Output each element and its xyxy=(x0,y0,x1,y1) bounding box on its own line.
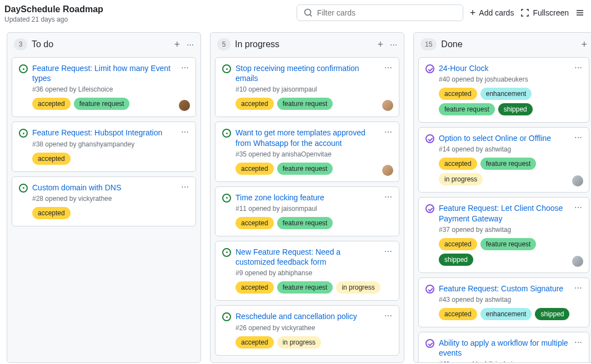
label-accepted[interactable]: accepted xyxy=(32,98,71,110)
card-menu-button[interactable]: ⋯ xyxy=(574,133,582,143)
card-menu-button[interactable]: ⋯ xyxy=(384,128,392,148)
add-cards-button[interactable]: + Add cards xyxy=(470,8,514,18)
card[interactable]: Feature Request: Custom Signature ⋯ #43 … xyxy=(418,277,589,327)
label-feature-request[interactable]: feature request xyxy=(480,238,537,250)
plus-icon: + xyxy=(174,39,180,49)
card-title[interactable]: Custom domain with DNS xyxy=(32,183,177,193)
card-title[interactable]: Ability to apply a workflow for multiple… xyxy=(439,338,570,358)
label-feature-request[interactable]: feature request xyxy=(277,163,333,175)
card[interactable]: Time zone locking feature ⋯ #11 opened b… xyxy=(215,186,399,236)
card-title[interactable]: Time zone locking feature xyxy=(236,193,380,203)
label-accepted[interactable]: accepted xyxy=(236,336,274,348)
card-meta: #40 opened by joshuabeukers xyxy=(439,75,582,83)
card[interactable]: Stop receiving meeting confirmation emai… xyxy=(215,57,399,117)
label-accepted[interactable]: accepted xyxy=(32,207,71,219)
label-enhancement[interactable]: enhancement xyxy=(480,88,532,100)
card-title[interactable]: Feature Request: Custom Signature xyxy=(439,284,570,294)
card-menu-button[interactable]: ⋯ xyxy=(384,311,392,321)
todo-menu-button[interactable]: ⋯ xyxy=(187,39,194,49)
card-title[interactable]: Feature Request: Hubspot Integration xyxy=(32,128,177,138)
label-in-progress[interactable]: in progress xyxy=(336,281,380,294)
card-menu-button[interactable]: ⋯ xyxy=(181,183,189,193)
card-title[interactable]: 24-Hour Clock xyxy=(439,63,570,73)
label-accepted[interactable]: accepted xyxy=(236,98,274,110)
fullscreen-button[interactable]: Fullscreen xyxy=(520,8,569,17)
menu-button[interactable] xyxy=(575,8,584,17)
card[interactable]: Feature Request: Limit how many Event ty… xyxy=(12,57,196,117)
card-title[interactable]: Stop receiving meeting confirmation emai… xyxy=(236,63,380,83)
card-menu-button[interactable]: ⋯ xyxy=(181,63,189,83)
card[interactable]: Want to get more templates approved from… xyxy=(215,122,399,181)
card-menu-button[interactable]: ⋯ xyxy=(574,203,582,223)
card[interactable]: Option to select Online or Offline ⋯ #14… xyxy=(418,127,589,193)
label-accepted[interactable]: accepted xyxy=(439,88,477,100)
label-enhancement[interactable]: enhancement xyxy=(480,308,532,320)
add-cards-label: Add cards xyxy=(479,8,514,17)
search-box[interactable] xyxy=(297,4,463,21)
label-accepted[interactable]: accepted xyxy=(439,158,477,170)
updated-text: Updated 21 days ago xyxy=(4,16,103,23)
card[interactable]: 24-Hour Clock ⋯ #40 opened by joshuabeuk… xyxy=(418,57,589,123)
board: 3 To do + ⋯ Feature Request: Limit how m… xyxy=(0,32,591,364)
card-menu-button[interactable]: ⋯ xyxy=(384,63,392,83)
todo-add-button[interactable]: + xyxy=(174,39,180,49)
label-accepted[interactable]: accepted xyxy=(236,281,274,294)
card[interactable]: Feature Request: Let Client Choose Payme… xyxy=(418,197,589,272)
label-feature-request[interactable]: feature request xyxy=(74,98,130,110)
in-progress-count: 5 xyxy=(217,38,231,50)
label-shipped[interactable]: shipped xyxy=(535,308,569,320)
card-title[interactable]: Option to select Online or Offline xyxy=(439,133,570,143)
label-in-progress[interactable]: in progress xyxy=(439,173,483,185)
card-title[interactable]: Feature Request: Limit how many Event ty… xyxy=(32,63,177,83)
search-icon xyxy=(304,8,313,17)
label-feature-request[interactable]: feature request xyxy=(277,281,333,294)
done-issue-icon xyxy=(425,204,434,213)
card-menu-button[interactable]: ⋯ xyxy=(384,247,392,267)
in-progress-menu-button[interactable]: ⋯ xyxy=(390,39,397,49)
label-shipped[interactable]: shipped xyxy=(498,103,533,115)
done-issue-icon xyxy=(425,64,434,73)
card-meta: #36 opened by Lifeischoice xyxy=(32,85,189,93)
card[interactable]: Feature Request: Hubspot Integration ⋯ #… xyxy=(12,122,196,171)
in-progress-add-button[interactable]: + xyxy=(377,39,383,49)
avatar[interactable] xyxy=(572,256,583,267)
search-input[interactable] xyxy=(317,8,456,17)
open-issue-icon xyxy=(222,64,231,73)
card-menu-button[interactable]: ⋯ xyxy=(574,63,582,73)
card[interactable]: Ability to apply a workflow for multiple… xyxy=(418,332,589,362)
label-accepted[interactable]: accepted xyxy=(439,238,477,250)
card-menu-button[interactable]: ⋯ xyxy=(384,193,392,203)
done-add-button[interactable]: + xyxy=(581,39,587,49)
card-title[interactable]: New Feature Request: Need a customized f… xyxy=(236,247,380,267)
card-title[interactable]: Reschedule and cancellation policy xyxy=(236,311,380,321)
card-meta: #11 opened by jaisonmpaul xyxy=(236,205,392,213)
label-accepted[interactable]: accepted xyxy=(32,153,71,165)
card[interactable]: Reschedule and cancellation policy ⋯ #26… xyxy=(215,305,399,355)
label-accepted[interactable]: accepted xyxy=(236,163,274,175)
label-feature-request[interactable]: feature request xyxy=(277,217,333,229)
card[interactable]: New Feature Request: Need a customized f… xyxy=(215,241,399,301)
card-meta: #26 opened by vickyrathee xyxy=(236,324,392,332)
card-menu-button[interactable]: ⋯ xyxy=(574,338,582,358)
label-feature-request[interactable]: feature request xyxy=(439,103,495,115)
label-accepted[interactable]: accepted xyxy=(439,308,477,320)
avatar[interactable] xyxy=(382,165,393,176)
column-todo: 3 To do + ⋯ Feature Request: Limit how m… xyxy=(7,32,201,363)
label-in-progress[interactable]: in progress xyxy=(277,336,321,348)
card-title[interactable]: Want to get more templates approved from… xyxy=(236,128,380,148)
label-feature-request[interactable]: feature request xyxy=(480,158,537,170)
done-count: 15 xyxy=(420,38,437,50)
card-title[interactable]: Feature Request: Let Client Choose Payme… xyxy=(439,203,570,223)
done-title: Done xyxy=(441,39,577,49)
plus-icon: + xyxy=(581,39,587,49)
label-accepted[interactable]: accepted xyxy=(236,217,274,229)
board-title: DaySchedule Roadmap xyxy=(4,4,103,14)
label-shipped[interactable]: shipped xyxy=(439,254,473,266)
todo-title: To do xyxy=(32,39,169,49)
card-meta: #9 opened by abhiphanse xyxy=(236,269,392,277)
card-meta: #35 opened by anishaOpenvitae xyxy=(236,150,392,158)
card[interactable]: Custom domain with DNS ⋯ #28 opened by v… xyxy=(12,176,196,226)
card-menu-button[interactable]: ⋯ xyxy=(574,284,582,294)
label-feature-request[interactable]: feature request xyxy=(277,98,333,110)
card-menu-button[interactable]: ⋯ xyxy=(181,128,189,138)
